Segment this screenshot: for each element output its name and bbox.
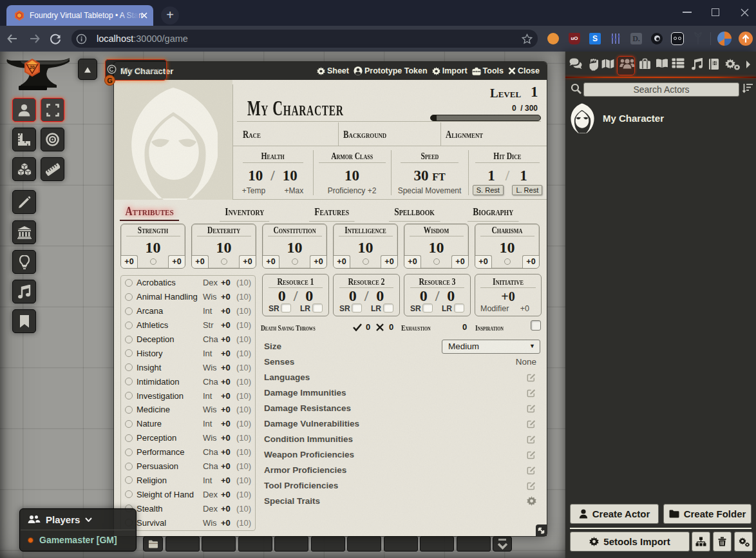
svg-text:20: 20: [30, 65, 35, 70]
